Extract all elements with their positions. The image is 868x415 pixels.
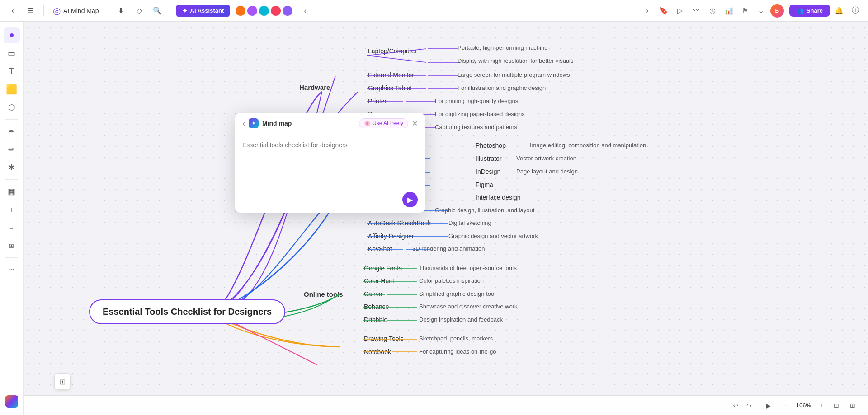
drawing-tools-desc: Sketchpad, pencils, markers — [419, 335, 493, 342]
app-logo: ◎ AI Mind Map — [49, 5, 103, 16]
illustrator-node: Illustrator — [476, 155, 502, 162]
modal-title-icon: ✦ — [249, 118, 259, 128]
sidebar-star[interactable]: ✱ — [4, 159, 20, 176]
sidebar-shape[interactable]: ⬡ — [4, 99, 20, 116]
undo-redo-group: ↩ ↪ — [729, 399, 755, 412]
app-title: AI Mind Map — [63, 7, 99, 14]
zoom-control: − 106% + ⊡ — [779, 399, 843, 412]
ai-icon: ✦ — [182, 7, 188, 14]
mind-map-lines — [24, 22, 868, 415]
clock-button[interactable]: ◷ — [705, 4, 720, 18]
share-button[interactable]: 👥 Share — [789, 5, 830, 17]
modal-ai-badge[interactable]: 🌸 Use AI freely — [359, 118, 408, 128]
zoom-increase-button[interactable]: + — [816, 399, 828, 412]
sidebar-eraser[interactable]: ✏ — [4, 141, 20, 158]
redo-button[interactable]: ↪ — [743, 399, 755, 412]
flag-button[interactable]: ⚑ — [738, 4, 752, 18]
back-button[interactable]: ‹ — [5, 4, 20, 18]
color-pill-orange — [236, 6, 245, 16]
ai-badge-icon: 🌸 — [364, 120, 371, 126]
sidebar-brush[interactable] — [4, 27, 20, 43]
download-button[interactable]: ⬇ — [114, 4, 128, 18]
export-button[interactable]: ⊞ — [54, 373, 71, 390]
color-pills — [236, 6, 292, 16]
affinity-node: Affinity Designer — [368, 233, 414, 240]
graphics-tablet-node: Graphics Tablet — [368, 84, 412, 92]
sidebar-palette[interactable] — [4, 393, 20, 410]
google-fonts-desc: Thousands of free, open-source fonts — [419, 265, 517, 271]
photoshop-desc: Image editing, composition and manipulat… — [530, 142, 646, 149]
tag-button[interactable]: ◇ — [132, 4, 146, 18]
search-button[interactable]: 🔍 — [150, 4, 165, 18]
photoshop-node: Photoshop — [476, 142, 506, 149]
top-toolbar: ‹ ☰ ◎ AI Mind Map ⬇ ◇ 🔍 ✦ AI Assistant ‹… — [0, 0, 868, 22]
corel-draw-desc: Graphic design, illustration, and layout — [435, 207, 534, 214]
toolbar-divider-1 — [43, 5, 44, 16]
notification-button[interactable]: 🔔 — [832, 4, 846, 18]
collapse-button[interactable]: ‹ — [298, 4, 312, 18]
central-node[interactable]: Essential Tools Checklist for Designers — [89, 299, 285, 324]
modal-input[interactable] — [242, 141, 418, 163]
notebook-node: Notebook — [364, 348, 391, 355]
sidebar-list[interactable]: ≡ — [4, 219, 20, 236]
user-avatar: B — [770, 4, 784, 18]
undo-button[interactable]: ↩ — [729, 399, 742, 412]
bookmark-button[interactable]: 🔖 — [656, 4, 671, 18]
arrow-right-button[interactable]: › — [640, 4, 655, 18]
sidebar-text[interactable]: T — [4, 63, 20, 79]
online-tools-branch-label: Online tools — [304, 290, 343, 298]
graphics-tablet-desc: For illustration and graphic design — [458, 84, 546, 91]
right-toolbar-icons: › 🔖 ▷ 〰 ◷ 📊 ⚑ ⌄ B 👥 Share 🔔 ⓘ — [640, 4, 863, 18]
modal-send-button[interactable]: ▶ — [402, 192, 418, 207]
modal-header-right: 🌸 Use AI freely ✕ — [359, 118, 418, 128]
color-hunt-desc: Color palettes inspiration — [419, 277, 484, 284]
modal-title: Mind map — [262, 120, 292, 127]
sidebar-layout[interactable]: ▭ — [4, 45, 20, 61]
sidebar-sticky[interactable]: 🟨 — [4, 81, 20, 98]
share-icon: 👥 — [797, 7, 804, 14]
play-button[interactable]: ▷ — [673, 4, 687, 18]
autodesk-desc: Digital sketching — [448, 219, 491, 226]
zoom-value[interactable]: 106% — [793, 402, 814, 409]
color-pill-violet — [283, 6, 292, 16]
zoom-fit-button[interactable]: ⊡ — [830, 399, 843, 412]
bottom-toolbar: ↩ ↪ ▶ − 106% + ⊡ ⊞ — [24, 395, 868, 415]
dribbble-desc: Design inspiration and feedback — [419, 316, 503, 323]
laptop-desc1: Portable, high-performing machine — [458, 44, 547, 51]
sidebar-table[interactable]: ▦ — [4, 183, 20, 200]
modal-back-button[interactable]: ‹ — [242, 119, 245, 128]
toolbar-divider-3 — [170, 5, 170, 16]
sidebar-pen[interactable]: ✒ — [4, 123, 20, 140]
keyshot-node: KeyShot — [368, 245, 392, 252]
ai-modal[interactable]: ‹ ✦ Mind map 🌸 Use AI freely ✕ ▶ — [235, 113, 425, 213]
toolbar-divider-2 — [108, 5, 108, 16]
modal-header-left: ‹ ✦ Mind map — [242, 118, 292, 128]
chevron-down-button[interactable]: ⌄ — [754, 4, 769, 18]
ai-assistant-button[interactable]: ✦ AI Assistant — [176, 5, 231, 17]
drawing-tools-node: Drawing Tools — [364, 335, 404, 342]
help-button[interactable]: ⓘ — [848, 4, 863, 18]
digital-camera-desc: Capturing textures and patterns — [435, 124, 517, 131]
external-monitor-node: External Monitor — [368, 71, 414, 79]
google-fonts-node: Google Fonts — [364, 265, 402, 272]
svg-point-1 — [10, 33, 14, 37]
menu-button[interactable]: ☰ — [24, 4, 38, 18]
modal-close-button[interactable]: ✕ — [412, 119, 418, 128]
laptop-node: Laptop/Computer — [368, 47, 417, 55]
scanner-desc: For digitizing paper-based designs — [435, 111, 525, 117]
sidebar-sep-2 — [5, 179, 18, 180]
modal-header: ‹ ✦ Mind map 🌸 Use AI freely ✕ — [235, 113, 425, 134]
grid-view-button[interactable]: ⊞ — [846, 399, 859, 412]
zoom-decrease-button[interactable]: − — [779, 399, 792, 412]
sidebar-text2[interactable]: T̲ — [4, 201, 20, 218]
wave-button[interactable]: 〰 — [689, 4, 703, 18]
sidebar-more[interactable]: ••• — [4, 261, 20, 278]
illustrator-desc: Vector artwork creation — [516, 155, 576, 162]
bar-chart-button[interactable]: 📊 — [722, 4, 736, 18]
play-presentation-button[interactable]: ▶ — [763, 399, 775, 412]
behance-desc: Showcase and discover creative work — [419, 303, 518, 310]
hardware-branch-label: Hardware — [299, 84, 330, 91]
sidebar-grid[interactable]: ⊞ — [4, 238, 20, 254]
ai-badge-label: Use AI freely — [373, 120, 403, 126]
keyshot-desc: 3D rendering and animation — [412, 245, 485, 252]
